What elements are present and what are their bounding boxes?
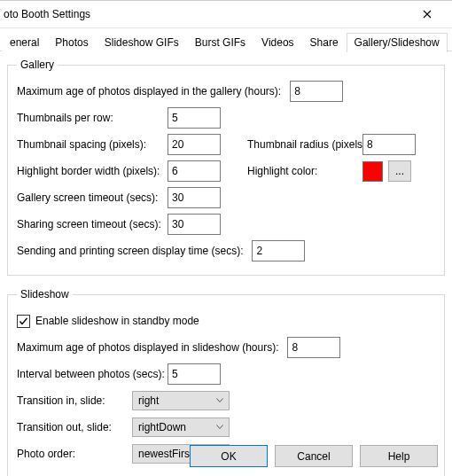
thumb-radius-label: Thumbnail radius (pixels):	[247, 138, 362, 151]
gallery-timeout-label: Gallery screen timeout (secs):	[17, 191, 168, 204]
interval-label: Interval between photos (secs):	[17, 368, 168, 380]
thumb-spacing-label: Thumbnail spacing (pixels):	[17, 138, 168, 151]
photo-order-label: Photo order:	[17, 448, 132, 460]
gallery-max-age-label: Maximum age of photos displayed in the g…	[17, 85, 281, 98]
sharing-timeout-input[interactable]	[168, 214, 221, 235]
ok-button[interactable]: OK	[190, 445, 268, 467]
highlight-color-button[interactable]: ...	[388, 160, 411, 182]
thumb-spacing-input[interactable]	[168, 134, 221, 155]
photo-order-value: newestFirst	[138, 448, 192, 460]
thumbs-per-row-label: Thumbnails per row:	[17, 112, 168, 124]
chevron-down-icon	[216, 398, 223, 403]
enable-slideshow-checkbox[interactable]	[17, 315, 30, 328]
help-button[interactable]: Help	[360, 445, 438, 467]
slideshow-legend: Slideshow	[17, 288, 73, 300]
tab-videos[interactable]: Videos	[253, 33, 301, 52]
gallery-legend: Gallery	[17, 59, 58, 71]
close-icon	[423, 10, 432, 19]
enable-slideshow-label: Enable slideshow in standby mode	[35, 315, 199, 327]
tab-slideshow-gifs[interactable]: Slideshow GIFs	[97, 33, 187, 52]
slideshow-max-age-label: Maximum age of photos displayed in slide…	[17, 341, 278, 354]
tab-general[interactable]: eneral	[2, 33, 47, 52]
tab-gallery-slideshow[interactable]: Gallery/Slideshow	[347, 33, 448, 52]
chevron-down-icon	[216, 425, 223, 430]
gallery-timeout-input[interactable]	[168, 187, 221, 208]
transition-out-value: rightDown	[138, 421, 186, 433]
transition-out-label: Transition out, slide:	[17, 421, 132, 433]
transition-in-value: right	[138, 394, 159, 407]
tab-burst-gifs[interactable]: Burst GIFs	[187, 33, 253, 52]
transition-out-select[interactable]: rightDown	[132, 417, 230, 437]
transition-in-label: Transition in, slide:	[17, 394, 132, 407]
sharing-timeout-label: Sharing screen timeout (secs):	[17, 218, 168, 230]
highlight-color-swatch[interactable]	[362, 161, 383, 182]
thumbs-per-row-input[interactable]	[168, 107, 221, 129]
slideshow-max-age-input[interactable]	[287, 337, 340, 358]
check-icon	[19, 316, 28, 326]
highlight-color-label: Highlight color:	[247, 165, 362, 177]
tab-bar: eneral Photos Slideshow GIFs Burst GIFs …	[0, 32, 452, 51]
send-print-label: Sending and printing screen display time…	[17, 245, 243, 257]
highlight-border-label: Highlight border width (pixels):	[17, 165, 168, 177]
send-print-input[interactable]	[252, 240, 305, 261]
cancel-button[interactable]: Cancel	[275, 445, 353, 467]
gallery-group: Gallery Maximum age of photos displayed …	[7, 59, 445, 276]
interval-input[interactable]	[168, 363, 221, 385]
gallery-max-age-input[interactable]	[290, 81, 343, 102]
tab-share[interactable]: Share	[302, 33, 347, 52]
tab-photos[interactable]: Photos	[47, 33, 96, 52]
thumb-radius-input[interactable]	[362, 134, 416, 155]
transition-in-select[interactable]: right	[132, 391, 230, 410]
window-title: oto Booth Settings	[4, 8, 90, 20]
highlight-border-input[interactable]	[168, 160, 221, 182]
close-button[interactable]	[409, 2, 445, 27]
